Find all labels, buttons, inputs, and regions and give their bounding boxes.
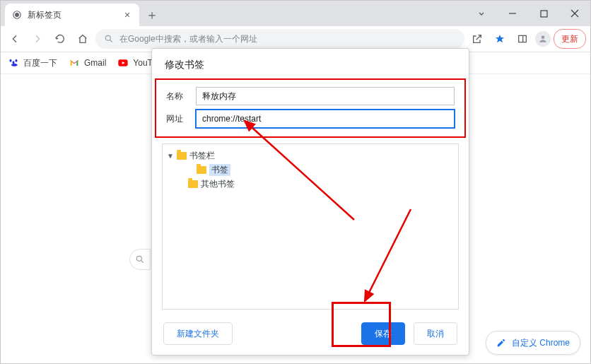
close-window-button[interactable] [559, 3, 590, 24]
search-icon [104, 34, 114, 44]
customize-chrome-button[interactable]: 自定义 Chrome [486, 331, 580, 355]
svg-point-6 [105, 35, 110, 40]
svg-point-1 [16, 13, 19, 17]
baidu-icon [8, 57, 19, 69]
dialog-fields-highlight: 名称 网址 [155, 78, 466, 138]
tree-node[interactable]: 其他书签 [165, 177, 455, 191]
minimize-button[interactable] [497, 3, 528, 24]
svg-line-13 [141, 261, 144, 263]
gmail-icon [69, 57, 80, 69]
toolbar-right: 更新 [467, 29, 586, 49]
ntp-search-fragment [129, 249, 151, 270]
save-button[interactable]: 保存 [361, 322, 405, 345]
update-button[interactable]: 更新 [554, 29, 586, 49]
address-bar[interactable]: 在Google中搜索，或者输入一个网址 [95, 29, 464, 49]
svg-line-7 [110, 40, 112, 42]
tab-close-icon[interactable]: × [122, 10, 132, 20]
window-button[interactable] [466, 3, 497, 24]
side-panel-icon[interactable] [513, 29, 532, 49]
tab-title: 新标签页 [28, 9, 122, 21]
folder-icon [177, 152, 187, 160]
share-icon[interactable] [467, 29, 487, 49]
tree-node[interactable]: 书签 [165, 163, 455, 177]
cancel-button[interactable]: 取消 [414, 322, 457, 345]
profile-avatar[interactable] [535, 31, 551, 47]
new-folder-button[interactable]: 新建文件夹 [163, 322, 233, 345]
bookmark-name-input[interactable] [196, 87, 455, 105]
name-label: 名称 [166, 90, 196, 102]
reload-button[interactable] [50, 29, 70, 49]
tab-favicon [12, 10, 22, 20]
new-tab-button[interactable]: ＋ [142, 5, 162, 25]
dialog-buttons: 新建文件夹 保存 取消 [152, 315, 469, 355]
dialog-title: 修改书签 [152, 49, 469, 78]
youtube-icon [117, 57, 129, 69]
back-button[interactable] [5, 29, 25, 49]
address-bar-placeholder: 在Google中搜索，或者输入一个网址 [119, 33, 257, 45]
bookmark-url-input[interactable] [196, 110, 455, 128]
bookmark-star-icon[interactable] [490, 29, 510, 49]
bookmark-item[interactable]: 百度一下 [8, 57, 57, 69]
svg-point-10 [542, 35, 545, 39]
folder-icon [197, 166, 206, 174]
bookmark-item[interactable]: Gmail [69, 57, 106, 69]
svg-rect-3 [541, 11, 547, 17]
pencil-icon [496, 338, 506, 348]
edit-bookmark-dialog: 修改书签 名称 网址 ▼ 书签栏 书签 [151, 48, 469, 356]
expand-arrow-icon[interactable]: ▼ [167, 152, 174, 160]
browser-tab[interactable]: 新标签页 × [5, 4, 139, 26]
tree-node[interactable]: ▼ 书签栏 [165, 148, 455, 163]
tab-strip: 新标签页 × ＋ [1, 1, 590, 26]
folder-tree[interactable]: ▼ 书签栏 书签 其他书签 [162, 143, 459, 310]
svg-point-12 [136, 256, 141, 261]
browser-window: 新标签页 × ＋ 在Google中搜索，或者输入一个网址 更新 [0, 0, 591, 364]
maximize-button[interactable] [528, 3, 559, 24]
url-label: 网址 [166, 113, 196, 125]
window-controls [466, 1, 590, 26]
forward-button[interactable] [28, 29, 47, 49]
folder-icon [188, 180, 198, 188]
home-button[interactable] [73, 29, 93, 49]
